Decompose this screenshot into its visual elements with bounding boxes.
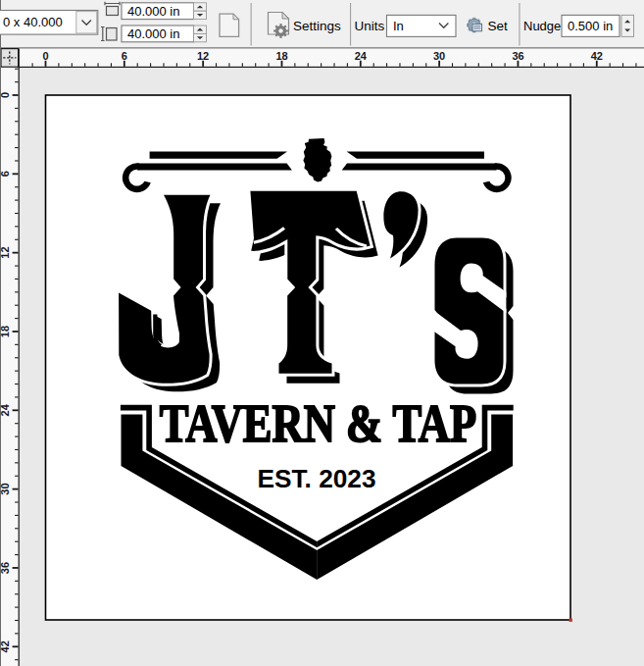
- svg-text:Set: Set: [488, 19, 509, 33]
- svg-text:12: 12: [197, 50, 209, 62]
- svg-text:18: 18: [0, 326, 11, 337]
- svg-text:6: 6: [0, 171, 11, 177]
- svg-text:42: 42: [0, 640, 11, 652]
- svg-text:TAVERN & TAP: TAVERN & TAP: [160, 393, 476, 453]
- svg-text:42: 42: [591, 50, 603, 62]
- svg-text:24: 24: [0, 403, 11, 416]
- svg-text:36: 36: [512, 50, 523, 62]
- svg-text:12: 12: [0, 246, 11, 258]
- svg-text:6: 6: [122, 50, 127, 62]
- svg-text:30: 30: [0, 483, 11, 494]
- svg-text:40.000 in: 40.000 in: [127, 4, 180, 19]
- svg-text:36: 36: [0, 562, 11, 574]
- svg-text:0.500 in: 0.500 in: [568, 19, 613, 33]
- svg-text:24: 24: [355, 50, 368, 62]
- svg-text:EST. 2023: EST. 2023: [258, 464, 376, 493]
- svg-text:18: 18: [275, 50, 287, 62]
- svg-text:Settings: Settings: [293, 19, 341, 33]
- svg-text:0: 0: [42, 50, 48, 62]
- svg-text:In: In: [393, 19, 404, 33]
- svg-text:Nudge: Nudge: [523, 19, 561, 33]
- svg-text:Units: Units: [355, 19, 385, 33]
- svg-text:30: 30: [433, 50, 445, 62]
- svg-text:0 x 40.000: 0 x 40.000: [3, 15, 63, 29]
- svg-text:40.000 in: 40.000 in: [127, 26, 180, 41]
- svg-text:0: 0: [0, 92, 11, 98]
